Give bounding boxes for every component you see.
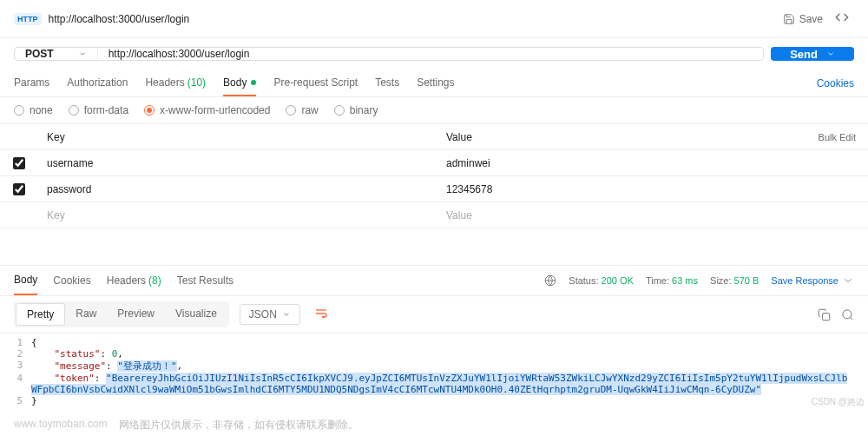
watermark-text: 网络图片仅供展示，非存储，如有侵权请联系删除。 xyxy=(119,418,358,433)
resp-tab-cookies[interactable]: Cookies xyxy=(53,266,90,295)
copy-icon[interactable] xyxy=(818,308,831,321)
csdn-watermark: CSDN @路边 xyxy=(812,396,865,408)
svg-rect-3 xyxy=(823,313,830,320)
row-checkbox[interactable] xyxy=(13,157,25,169)
chevron-down-icon xyxy=(842,274,854,287)
status-block: Status: 200 OK xyxy=(569,275,634,286)
format-select[interactable]: JSON xyxy=(240,304,300,325)
search-icon[interactable] xyxy=(841,308,854,321)
header-url: http://localhost:3000/user/login xyxy=(49,13,776,25)
col-value: Value xyxy=(437,131,807,143)
response-body: 1{2 "status": 0,3 "message": "登录成功！",4 "… xyxy=(0,334,868,410)
save-icon xyxy=(783,13,795,25)
cell-key[interactable]: username xyxy=(38,157,437,169)
cell-value[interactable]: Value xyxy=(437,209,807,221)
watermark-domain: www.toymoban.com xyxy=(14,418,107,433)
table-row: username adminwei xyxy=(0,150,868,176)
table-row: password 12345678 xyxy=(0,176,868,202)
view-visualize[interactable]: Visualize xyxy=(165,303,227,326)
radio-urlencoded[interactable]: x-www-form-urlencoded xyxy=(144,104,270,116)
tab-params[interactable]: Params xyxy=(14,69,49,96)
method-label: POST xyxy=(25,48,54,60)
tab-body[interactable]: Body xyxy=(223,69,256,96)
resp-tab-headers[interactable]: Headers (8) xyxy=(107,266,161,295)
cell-value[interactable]: adminwei xyxy=(437,157,807,169)
size-block: Size: 570 B xyxy=(710,275,759,286)
chevron-down-icon xyxy=(78,50,87,58)
bulk-edit[interactable]: Bulk Edit xyxy=(807,132,868,142)
save-response[interactable]: Save Response xyxy=(771,274,854,287)
cell-key[interactable]: Key xyxy=(38,209,437,221)
method-select[interactable]: POST xyxy=(15,48,98,60)
col-key: Key xyxy=(38,131,437,143)
code-tool[interactable] xyxy=(830,5,854,32)
wrap-toggle[interactable] xyxy=(311,303,332,327)
cell-key[interactable]: password xyxy=(38,183,437,195)
cell-value[interactable]: 12345678 xyxy=(437,183,807,195)
send-button[interactable]: Send xyxy=(771,47,854,61)
view-pretty[interactable]: Pretty xyxy=(16,303,65,326)
globe-icon[interactable] xyxy=(544,274,556,287)
send-label: Send xyxy=(790,48,818,61)
radio-binary[interactable]: binary xyxy=(334,104,378,116)
view-preview[interactable]: Preview xyxy=(107,303,165,326)
save-label: Save xyxy=(799,13,823,25)
url-input[interactable] xyxy=(98,48,764,60)
save-button[interactable]: Save xyxy=(783,13,823,25)
tab-tests[interactable]: Tests xyxy=(375,69,399,96)
row-checkbox[interactable] xyxy=(13,183,25,195)
cookies-link[interactable]: Cookies xyxy=(817,77,854,89)
chevron-down-icon xyxy=(282,310,291,319)
resp-tab-tests[interactable]: Test Results xyxy=(177,266,233,295)
chevron-down-icon xyxy=(826,50,835,58)
dot-indicator xyxy=(251,80,256,85)
radio-form-data[interactable]: form-data xyxy=(69,104,128,116)
tab-settings[interactable]: Settings xyxy=(417,69,454,96)
http-badge: HTTP xyxy=(14,13,42,25)
view-raw[interactable]: Raw xyxy=(65,303,107,326)
tab-prerequest[interactable]: Pre-request Script xyxy=(273,69,358,96)
table-row-empty: Key Value xyxy=(0,202,868,228)
radio-none[interactable]: none xyxy=(14,104,53,116)
svg-point-4 xyxy=(843,309,852,318)
tab-headers[interactable]: Headers (10) xyxy=(145,69,206,96)
time-block: Time: 63 ms xyxy=(646,275,698,286)
radio-raw[interactable]: raw xyxy=(286,104,318,116)
svg-line-5 xyxy=(850,317,852,320)
resp-tab-body[interactable]: Body xyxy=(14,266,37,295)
tab-authorization[interactable]: Authorization xyxy=(67,69,128,96)
